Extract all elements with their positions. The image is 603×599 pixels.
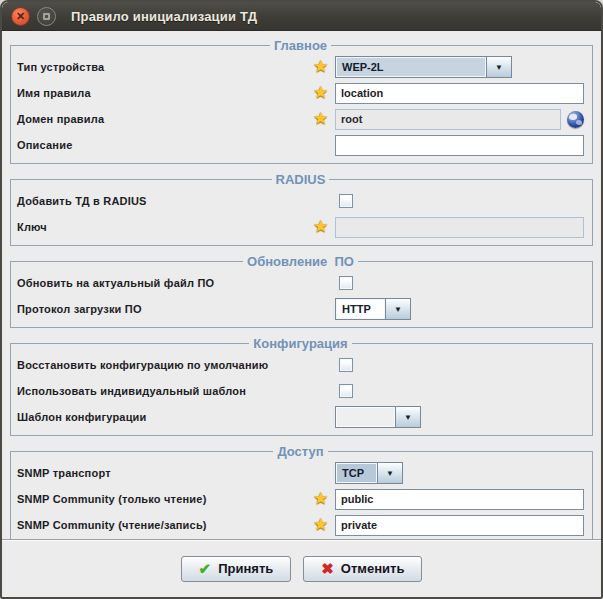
download-protocol-select[interactable]: HTTP ▼ — [335, 298, 411, 320]
row-snmp-transport: SNMP транспорт TCP ▼ — [17, 460, 584, 486]
accept-button[interactable]: ✔ Принять — [181, 556, 292, 582]
config-template-select[interactable]: ▼ — [335, 406, 421, 428]
row-update-firmware: Обновить на актуальный файл ПО — [17, 270, 584, 296]
titlebar[interactable]: ✕ Правило инициализации ТД — [2, 2, 601, 31]
group-firmware: Обновление ПО Обновить на актуальный фай… — [10, 254, 593, 328]
rule-name-input[interactable] — [335, 83, 584, 104]
close-button[interactable]: ✕ — [11, 7, 30, 26]
required-star-icon: ★ — [313, 518, 328, 532]
description-label: Описание — [17, 139, 313, 151]
group-main-legend: Главное — [270, 38, 331, 53]
snmp-community-rw-input[interactable] — [335, 515, 584, 536]
config-template-value — [336, 407, 395, 427]
description-input[interactable] — [335, 135, 584, 156]
row-rule-name: Имя правила ★ — [17, 80, 584, 106]
close-icon: ✕ — [16, 11, 25, 22]
chevron-down-icon[interactable]: ▼ — [395, 407, 420, 427]
row-device-type: Тип устройства ★ WEP-2L ▼ — [17, 54, 584, 80]
row-add-to-radius: Добавить ТД в RADIUS — [17, 188, 584, 214]
dialog-content: Главное Тип устройства ★ WEP-2L ▼ Имя пр… — [2, 31, 601, 544]
individual-template-checkbox[interactable] — [339, 384, 353, 398]
chevron-down-icon[interactable]: ▼ — [486, 57, 511, 77]
group-configuration-legend: Конфигурация — [249, 336, 351, 351]
snmp-transport-label: SNMP транспорт — [17, 467, 313, 479]
maximize-button[interactable] — [37, 7, 56, 26]
rule-name-label: Имя правила — [17, 87, 313, 99]
snmp-community-ro-input[interactable] — [335, 489, 584, 510]
cancel-button-label: Отменить — [341, 561, 405, 576]
update-firmware-checkbox[interactable] — [339, 276, 353, 290]
rule-domain-input[interactable] — [335, 109, 561, 130]
dialog-window: ✕ Правило инициализации ТД Главное Тип у… — [0, 0, 603, 599]
add-to-radius-checkbox[interactable] — [339, 194, 353, 208]
row-snmp-community-ro: SNMP Community (только чтение) ★ — [17, 486, 584, 512]
snmp-transport-select[interactable]: TCP ▼ — [335, 462, 403, 484]
row-config-template: Шаблон конфигурации ▼ — [17, 404, 584, 430]
device-type-select[interactable]: WEP-2L ▼ — [335, 56, 512, 78]
individual-template-label: Использовать индивидуальный шаблон — [17, 385, 313, 397]
download-protocol-value: HTTP — [336, 299, 385, 319]
download-protocol-label: Протокол загрузки ПО — [17, 303, 313, 315]
row-restore-default: Восстановить конфигурацию по умолчанию — [17, 352, 584, 378]
accept-button-label: Принять — [218, 561, 273, 576]
maximize-icon — [43, 13, 50, 20]
check-icon: ✔ — [199, 561, 212, 576]
required-star-icon: ★ — [313, 492, 328, 506]
row-rule-domain: Домен правила ★ — [17, 106, 584, 132]
key-input[interactable] — [335, 217, 584, 238]
chevron-down-icon[interactable]: ▼ — [385, 299, 410, 319]
row-individual-template: Использовать индивидуальный шаблон — [17, 378, 584, 404]
button-bar: ✔ Принять ✖ Отменить — [2, 539, 601, 597]
update-firmware-label: Обновить на актуальный файл ПО — [17, 277, 313, 289]
cross-icon: ✖ — [321, 561, 334, 576]
globe-icon[interactable] — [567, 111, 584, 128]
snmp-community-rw-label: SNMP Community (чтение/запись) — [17, 519, 313, 531]
config-template-label: Шаблон конфигурации — [17, 411, 313, 423]
row-download-protocol: Протокол загрузки ПО HTTP ▼ — [17, 296, 584, 322]
group-radius: RADIUS Добавить ТД в RADIUS Ключ ★ — [10, 172, 593, 246]
key-label: Ключ — [17, 221, 313, 233]
group-firmware-legend: Обновление ПО — [243, 254, 358, 269]
required-star-icon: ★ — [313, 220, 328, 234]
row-description: Описание — [17, 132, 584, 158]
required-star-icon: ★ — [313, 112, 328, 126]
snmp-community-ro-label: SNMP Community (только чтение) — [17, 493, 313, 505]
row-snmp-community-rw: SNMP Community (чтение/запись) ★ — [17, 512, 584, 538]
group-access-legend: Доступ — [273, 444, 327, 459]
row-key: Ключ ★ — [17, 214, 584, 240]
restore-default-checkbox[interactable] — [339, 358, 353, 372]
snmp-transport-value: TCP — [336, 463, 377, 483]
required-star-icon: ★ — [313, 60, 328, 74]
group-main: Главное Тип устройства ★ WEP-2L ▼ Имя пр… — [10, 38, 593, 164]
chevron-down-icon[interactable]: ▼ — [377, 463, 402, 483]
add-to-radius-label: Добавить ТД в RADIUS — [17, 195, 313, 207]
cancel-button[interactable]: ✖ Отменить — [303, 556, 422, 582]
group-access: Доступ SNMP транспорт TCP ▼ SNMP Communi… — [10, 444, 593, 544]
group-radius-legend: RADIUS — [272, 172, 330, 187]
restore-default-label: Восстановить конфигурацию по умолчанию — [17, 359, 313, 371]
device-type-value: WEP-2L — [336, 57, 486, 77]
group-configuration: Конфигурация Восстановить конфигурацию п… — [10, 336, 593, 436]
required-star-icon: ★ — [313, 86, 328, 100]
window-title: Правило инициализации ТД — [71, 9, 257, 24]
device-type-label: Тип устройства — [17, 61, 313, 73]
rule-domain-label: Домен правила — [17, 113, 313, 125]
